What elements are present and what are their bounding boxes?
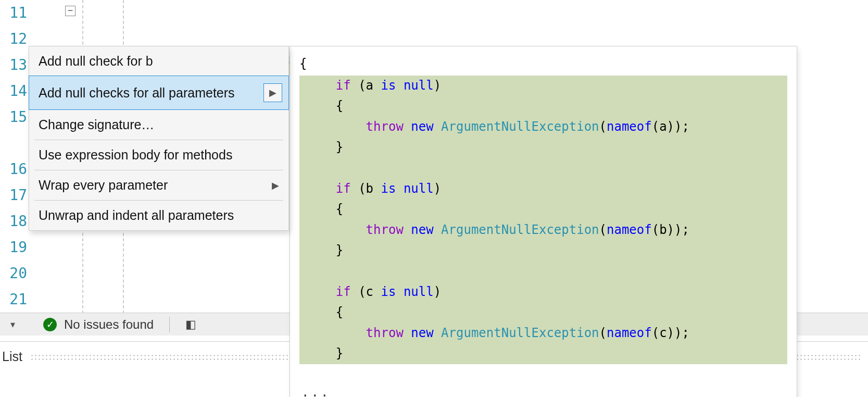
status-text: No issues found <box>64 317 154 332</box>
quick-actions-menu[interactable]: Add null check for b Add null checks for… <box>29 46 289 231</box>
menu-item-unwrap-parameters[interactable]: Unwrap and indent all parameters <box>29 201 288 230</box>
preview-body: { if (a is null) { throw new ArgumentNul… <box>290 46 797 397</box>
diff-added-line: if (a is null) { throw new ArgumentNullE… <box>299 76 787 364</box>
eraser-icon[interactable]: ◧ <box>185 318 196 331</box>
line-number: 17 <box>0 182 27 208</box>
line-number: 12 <box>0 26 27 52</box>
line-number: 19 <box>0 234 27 260</box>
menu-item-label: Change signature… <box>39 117 154 132</box>
menu-item-label: Use expression body for methods <box>39 147 232 163</box>
menu-item-label: Wrap every parameter <box>39 178 168 193</box>
menu-item-label: Add null checks for all parameters <box>39 85 235 101</box>
dropdown-arrow-icon[interactable]: ▾ <box>10 319 15 330</box>
code-preview-panel: { if (a is null) { throw new ArgumentNul… <box>290 46 797 397</box>
line-number: 16 <box>0 156 27 182</box>
line-number-gutter: 11 12 13 14 15 16 17 18 19 20 21 22 <box>0 0 31 397</box>
line-number: 20 <box>0 260 27 287</box>
menu-item-expression-body[interactable]: Use expression body for methods <box>29 140 288 170</box>
menu-item-label: Add null check for b <box>39 54 153 69</box>
menu-item-add-null-check-b[interactable]: Add null check for b <box>29 46 288 76</box>
menu-item-change-signature[interactable]: Change signature… <box>29 110 288 140</box>
line-number: 15 <box>0 104 27 130</box>
chevron-right-icon: ▶ <box>272 180 279 191</box>
line-number: 11 <box>0 0 27 26</box>
submenu-arrow-icon[interactable]: ▶ <box>263 83 282 102</box>
line-number: 18 <box>0 208 27 234</box>
menu-item-wrap-parameters[interactable]: Wrap every parameter ▶ <box>29 170 288 200</box>
line-number: 21 <box>0 287 27 313</box>
ellipsis-icon: ··· <box>299 384 332 398</box>
error-list-label: List <box>2 349 22 364</box>
line-number: 14 <box>0 78 27 104</box>
menu-item-add-null-checks-all[interactable]: Add null checks for all parameters ▶ <box>29 76 289 110</box>
check-circle-icon: ✓ <box>43 318 57 331</box>
fold-toggle-icon[interactable]: − <box>65 6 76 16</box>
line-number <box>0 130 27 156</box>
menu-item-label: Unwrap and indent all parameters <box>39 208 234 223</box>
line-number: 13 <box>0 52 27 78</box>
brace: { <box>299 56 307 71</box>
chevron-right-icon: ▶ <box>269 87 276 98</box>
divider <box>169 317 170 332</box>
